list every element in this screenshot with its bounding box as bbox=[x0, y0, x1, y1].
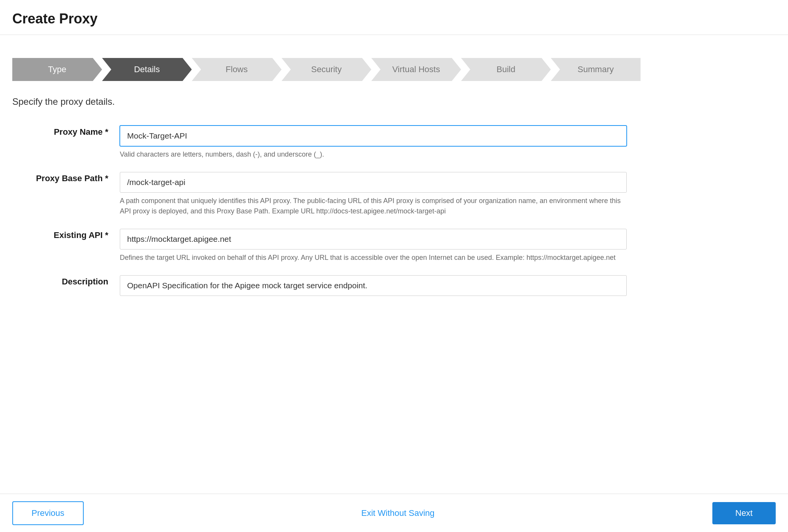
proxy-base-path-input[interactable] bbox=[120, 172, 627, 193]
stepper: Type Details Flows Security Virtual Host… bbox=[12, 58, 641, 81]
exit-button[interactable]: Exit Without Saving bbox=[361, 508, 435, 518]
form-subtitle: Specify the proxy details. bbox=[12, 96, 641, 107]
main-content: Type Details Flows Security Virtual Host… bbox=[0, 35, 653, 315]
step-type[interactable]: Type bbox=[12, 58, 102, 81]
proxy-name-label: Proxy Name * bbox=[12, 121, 120, 167]
proxy-name-input[interactable] bbox=[120, 126, 627, 146]
proxy-base-path-label: Proxy Base Path * bbox=[12, 167, 120, 224]
proxy-details-form: Proxy Name * Valid characters are letter… bbox=[12, 121, 627, 304]
step-flows[interactable]: Flows bbox=[192, 58, 281, 81]
step-summary[interactable]: Summary bbox=[551, 58, 641, 81]
existing-api-hint: Defines the target URL invoked on behalf… bbox=[120, 253, 627, 263]
existing-api-label: Existing API * bbox=[12, 224, 120, 271]
previous-button[interactable]: Previous bbox=[12, 501, 84, 525]
proxy-base-path-hint: A path component that uniquely identifie… bbox=[120, 196, 627, 216]
proxy-base-path-field-container: A path component that uniquely identifie… bbox=[120, 167, 627, 224]
description-label: Description bbox=[12, 271, 120, 304]
bottom-bar: Previous Exit Without Saving Next bbox=[0, 494, 788, 532]
proxy-name-field-container: Valid characters are letters, numbers, d… bbox=[120, 121, 627, 167]
description-field-container bbox=[120, 271, 627, 304]
existing-api-field-container: Defines the target URL invoked on behalf… bbox=[120, 224, 627, 271]
page-title: Create Proxy bbox=[12, 11, 776, 27]
description-input[interactable] bbox=[120, 275, 627, 296]
step-details[interactable]: Details bbox=[102, 58, 192, 81]
step-security[interactable]: Security bbox=[281, 58, 371, 81]
next-button[interactable]: Next bbox=[712, 502, 776, 524]
step-build[interactable]: Build bbox=[461, 58, 551, 81]
step-virtual-hosts[interactable]: Virtual Hosts bbox=[371, 58, 461, 81]
page-header: Create Proxy bbox=[0, 0, 788, 35]
proxy-name-hint: Valid characters are letters, numbers, d… bbox=[120, 149, 627, 160]
existing-api-input[interactable] bbox=[120, 229, 627, 249]
